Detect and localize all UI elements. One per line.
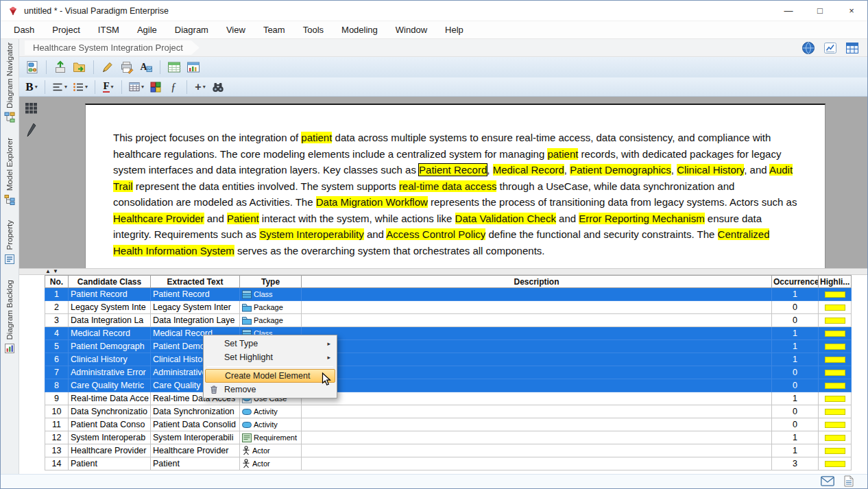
cell-description[interactable] xyxy=(302,392,772,405)
cell-type[interactable]: Activity xyxy=(240,405,302,418)
splitter-up-icon[interactable]: ▲ xyxy=(45,269,51,274)
canvas-grid-button[interactable] xyxy=(24,101,39,116)
menu-help[interactable]: Help xyxy=(436,25,472,35)
highlighted-term[interactable]: Medical Record xyxy=(493,164,564,176)
table-row[interactable]: 5Patient DemographPatient Demograph1 xyxy=(45,340,852,353)
table-row[interactable]: 13Healthcare ProviderHealthcare Provider… xyxy=(45,444,852,457)
highlighted-term[interactable]: Data Validation Check xyxy=(455,213,556,224)
column-header-candidate-class[interactable]: Candidate Class xyxy=(69,276,151,288)
cell-highlight[interactable] xyxy=(819,288,852,301)
menu-diagram[interactable]: Diagram xyxy=(166,25,217,35)
menu-project[interactable]: Project xyxy=(43,25,88,35)
sidebar-tab-diagram-navigator[interactable]: Diagram Navigator xyxy=(4,43,15,123)
table-row[interactable]: 9Real-time Data AcceReal-time Data Acces… xyxy=(45,392,852,405)
print-edit-button[interactable] xyxy=(118,59,136,75)
table-row[interactable]: 14PatientPatientActor3 xyxy=(45,457,852,470)
cell-type[interactable]: Actor xyxy=(240,457,302,470)
document-button[interactable] xyxy=(844,475,854,489)
context-menu-item-set-highlight[interactable]: Set Highlight▸ xyxy=(205,350,335,364)
highlighted-term[interactable]: Data Migration Workflow xyxy=(316,196,428,208)
menu-team[interactable]: Team xyxy=(254,25,294,35)
cell-description[interactable] xyxy=(302,379,772,392)
highlighted-term[interactable]: patient xyxy=(301,132,332,143)
column-header-highli[interactable]: Highli... xyxy=(819,276,852,288)
column-header-description[interactable]: Description xyxy=(302,276,772,288)
column-header-no[interactable]: No. xyxy=(45,276,69,288)
cell-type[interactable]: Activity xyxy=(240,418,302,431)
cell-highlight[interactable] xyxy=(819,353,852,366)
new-diagram-button[interactable] xyxy=(23,59,41,75)
highlighted-term[interactable]: Healthcare Provider xyxy=(113,213,204,224)
highlighted-term[interactable]: Patient Record xyxy=(419,164,487,176)
cell-highlight[interactable] xyxy=(819,379,852,392)
cell-description[interactable] xyxy=(302,444,772,457)
cell-highlight[interactable] xyxy=(819,327,852,340)
sidebar-tab-model-explorer[interactable]: Model Explorer xyxy=(4,138,15,205)
table-button[interactable]: ▾ xyxy=(127,79,146,95)
menu-agile[interactable]: Agile xyxy=(128,25,166,35)
maximize-button[interactable]: □ xyxy=(804,1,836,21)
highlighted-term[interactable]: Clinical History xyxy=(677,164,744,176)
highlighted-term[interactable]: Patient xyxy=(227,213,259,224)
add-button[interactable]: +▾ xyxy=(192,79,208,95)
cell-type[interactable]: Package xyxy=(240,314,302,327)
minimize-button[interactable]: — xyxy=(773,1,804,21)
column-header-type[interactable]: Type xyxy=(240,276,302,288)
font-color-button[interactable]: F▾ xyxy=(100,79,117,95)
find-button[interactable] xyxy=(210,79,226,95)
highlighted-term[interactable]: Error Reporting Mechanism xyxy=(579,213,704,224)
cell-highlight[interactable] xyxy=(819,405,852,418)
cell-type[interactable]: Package xyxy=(240,301,302,314)
import-button[interactable] xyxy=(71,59,88,75)
palette-button[interactable] xyxy=(147,79,164,95)
cell-type[interactable]: Class xyxy=(240,288,302,301)
list-button[interactable]: ▾ xyxy=(71,79,90,95)
highlighted-term[interactable]: Patient Demographics xyxy=(570,164,671,176)
column-header-extracted-text[interactable]: Extracted Text xyxy=(151,276,240,288)
cell-description[interactable] xyxy=(302,431,772,444)
menu-dash[interactable]: Dash xyxy=(5,25,43,35)
chart-button[interactable] xyxy=(822,40,839,56)
highlighted-term[interactable]: Access Control Policy xyxy=(386,228,485,240)
menu-itsm[interactable]: ITSM xyxy=(89,25,128,35)
cell-description[interactable] xyxy=(302,301,772,314)
cell-highlight[interactable] xyxy=(819,444,852,457)
context-menu-item-remove[interactable]: Remove xyxy=(205,383,335,396)
cell-highlight[interactable] xyxy=(819,301,852,314)
table-row[interactable]: 8Care Quality MetricCare Quality Metri0 xyxy=(45,379,852,392)
cell-type[interactable]: Requirement xyxy=(240,431,302,444)
splitter-down-icon[interactable]: ▼ xyxy=(53,269,58,274)
cell-highlight[interactable] xyxy=(819,457,852,470)
table-row[interactable]: 3Data Integration LaData Integration Lay… xyxy=(45,314,852,327)
cell-description[interactable] xyxy=(302,457,772,470)
export-button[interactable] xyxy=(51,59,69,75)
cell-description[interactable] xyxy=(302,405,772,418)
table-row[interactable]: 6Clinical HistoryClinical History1 xyxy=(45,353,852,366)
cell-description[interactable] xyxy=(302,366,772,379)
cell-description[interactable] xyxy=(302,340,772,353)
sidebar-tab-property[interactable]: Property xyxy=(4,220,15,264)
table-row[interactable]: 11Patient Data ConsoPatient Data Consoli… xyxy=(45,418,852,431)
cell-highlight[interactable] xyxy=(819,418,852,431)
formula-button[interactable]: ƒ xyxy=(165,79,182,95)
mail-button[interactable] xyxy=(821,476,834,488)
canvas-pen-button[interactable] xyxy=(24,123,39,138)
context-menu-item-set-type[interactable]: Set Type▸ xyxy=(205,337,335,350)
context-menu-item-create-model-element[interactable]: Create Model Element xyxy=(205,369,335,383)
stylus-button[interactable] xyxy=(99,59,117,75)
cell-highlight[interactable] xyxy=(819,340,852,353)
table-row[interactable]: 2Legacy System InteLegacy System InterPa… xyxy=(45,301,852,314)
table-row[interactable]: 1Patient RecordPatient RecordClass1 xyxy=(45,288,852,301)
cell-description[interactable] xyxy=(302,353,772,366)
highlighted-term[interactable]: real-time data access xyxy=(399,180,497,192)
table-row[interactable]: 7Administrative ErrorAdministrative Err0 xyxy=(45,366,852,379)
menu-modeling[interactable]: Modeling xyxy=(333,25,387,35)
project-tab[interactable]: Healthcare System Integration Project xyxy=(25,40,200,55)
cell-highlight[interactable] xyxy=(819,314,852,327)
cell-highlight[interactable] xyxy=(819,392,852,405)
text-image-button[interactable]: A xyxy=(137,59,155,75)
table-row[interactable]: 12System InteroperabSystem Interoperabil… xyxy=(45,431,852,444)
splitter[interactable]: ▲ ▼ xyxy=(19,268,868,275)
cell-description[interactable] xyxy=(302,314,772,327)
sidebar-tab-diagram-backlog[interactable]: Diagram Backlog xyxy=(4,280,15,355)
